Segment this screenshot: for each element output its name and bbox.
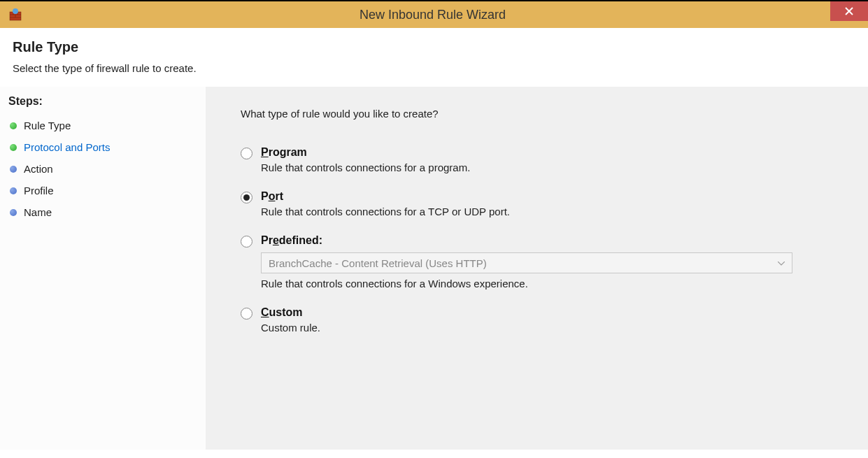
option-port-label[interactable]: Port: [261, 190, 840, 203]
bullet-icon: [10, 122, 17, 129]
titlebar: New Inbound Rule Wizard: [0, 1, 868, 28]
main-area: Steps: Rule Type Protocol and Ports Acti…: [0, 87, 868, 450]
close-icon: [845, 7, 853, 15]
page-subtitle: Select the type of firewall rule to crea…: [13, 62, 855, 74]
option-program-desc: Rule that controls connections for a pro…: [261, 162, 840, 173]
option-port: Port Rule that controls connections for …: [241, 190, 840, 230]
radio-custom[interactable]: [241, 308, 252, 320]
step-label: Protocol and Ports: [24, 141, 110, 153]
step-protocol-and-ports[interactable]: Protocol and Ports: [0, 136, 206, 158]
option-predefined-label[interactable]: Predefined:: [261, 234, 840, 247]
radio-program[interactable]: [241, 148, 252, 159]
content-question: What type of rule would you like to crea…: [241, 108, 840, 120]
close-button[interactable]: [830, 1, 868, 21]
option-custom-label[interactable]: Custom: [261, 306, 840, 319]
svg-point-6: [13, 8, 18, 14]
option-custom: Custom Custom rule.: [241, 306, 840, 346]
option-port-desc: Rule that controls connections for a TCP…: [261, 206, 840, 217]
bullet-icon: [10, 166, 17, 173]
option-predefined: Predefined: BranchCache - Content Retrie…: [241, 234, 840, 302]
firewall-icon: [8, 8, 22, 22]
bullet-icon: [10, 209, 17, 216]
content-panel: What type of rule would you like to crea…: [206, 87, 868, 450]
predefined-select-value: BranchCache - Content Retrieval (Uses HT…: [269, 257, 487, 269]
option-predefined-desc: Rule that controls connections for a Win…: [261, 278, 840, 289]
chevron-down-icon: [778, 258, 785, 268]
wizard-header: Rule Type Select the type of firewall ru…: [0, 28, 868, 87]
step-label: Action: [24, 163, 53, 175]
steps-sidebar: Steps: Rule Type Protocol and Ports Acti…: [0, 87, 206, 450]
step-label: Profile: [24, 185, 54, 196]
step-label: Rule Type: [24, 120, 71, 131]
option-program: Program Rule that controls connections f…: [241, 146, 840, 186]
option-custom-desc: Custom rule.: [261, 322, 840, 334]
option-program-label[interactable]: Program: [261, 146, 840, 159]
step-label: Name: [24, 206, 52, 218]
step-rule-type[interactable]: Rule Type: [0, 115, 206, 136]
page-title: Rule Type: [13, 39, 855, 55]
radio-port[interactable]: [241, 192, 252, 203]
window-title: New Inbound Rule Wizard: [22, 8, 868, 22]
radio-predefined[interactable]: [241, 236, 252, 248]
predefined-select[interactable]: BranchCache - Content Retrieval (Uses HT…: [261, 252, 792, 273]
step-name[interactable]: Name: [0, 201, 206, 223]
bullet-icon: [10, 187, 17, 194]
step-action[interactable]: Action: [0, 158, 206, 180]
step-profile[interactable]: Profile: [0, 180, 206, 201]
steps-heading: Steps:: [0, 95, 206, 115]
bullet-icon: [10, 144, 17, 151]
